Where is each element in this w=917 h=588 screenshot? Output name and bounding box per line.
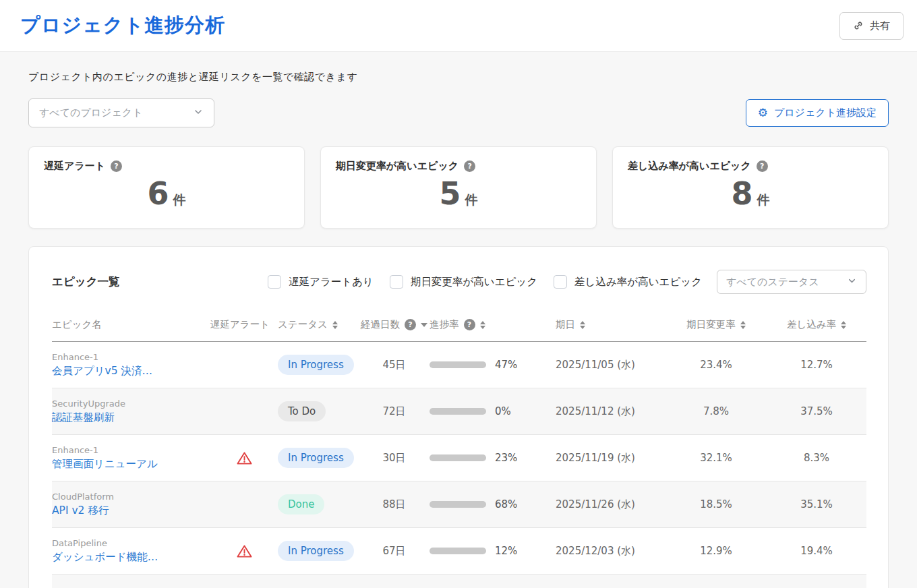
warning-triangle-icon bbox=[237, 451, 252, 465]
top-bar: プロジェクト進捗分析 共有 bbox=[0, 0, 917, 52]
project-progress-settings-button[interactable]: ⚙ プロジェクト進捗設定 bbox=[746, 99, 889, 127]
table-row: DataPipeline ダッシュボード機能… In Progress 67日 … bbox=[52, 528, 866, 575]
status-filter-select[interactable]: すべてのステータス bbox=[717, 270, 866, 294]
checkbox-unchecked-icon[interactable] bbox=[268, 275, 281, 289]
delay-alert-cell bbox=[210, 544, 278, 558]
epic-filter-checkbox[interactable]: 期日変更率が高いエピック bbox=[390, 275, 537, 289]
help-icon[interactable]: ? bbox=[464, 319, 475, 330]
page-title: プロジェクト進捗分析 bbox=[20, 12, 225, 39]
table-row: SecurityUpgrade 認証基盤刷新 To Do 72日 0% 2025… bbox=[52, 388, 866, 435]
share-button[interactable]: 共有 bbox=[839, 12, 904, 40]
insertion-rate-cell: 12.7% bbox=[767, 359, 866, 371]
stat-value: 8件 bbox=[628, 175, 873, 212]
sort-icon[interactable] bbox=[480, 321, 485, 329]
due-change-rate-cell: 23.4% bbox=[665, 359, 767, 371]
progress-value: 0% bbox=[495, 405, 511, 417]
table-row-partial bbox=[52, 575, 866, 588]
status-filter-value: すべてのステータス bbox=[726, 276, 819, 289]
sort-icon[interactable] bbox=[580, 321, 585, 329]
delay-alert-cell bbox=[210, 358, 278, 372]
delay-alert-cell bbox=[210, 405, 278, 419]
progress-value: 23% bbox=[495, 452, 517, 464]
help-icon[interactable]: ? bbox=[757, 160, 768, 172]
column-due-date[interactable]: 期日 bbox=[548, 318, 665, 331]
progress-cell: 12% bbox=[430, 545, 548, 557]
insertion-rate-cell: 19.4% bbox=[767, 545, 866, 557]
epic-name-link[interactable]: 認証基盤刷新 bbox=[52, 411, 210, 425]
checkbox-unchecked-icon[interactable] bbox=[554, 275, 567, 289]
due-date-cell: 2025/11/26 (水) bbox=[548, 498, 665, 511]
progress-value: 47% bbox=[495, 359, 517, 371]
column-elapsed-days[interactable]: 経過日数 ? bbox=[359, 318, 430, 331]
column-progress[interactable]: 進捗率 ? bbox=[430, 318, 548, 331]
checkbox-unchecked-icon[interactable] bbox=[390, 275, 403, 289]
sort-icon[interactable] bbox=[740, 321, 746, 329]
epic-project-key: Enhance-1 bbox=[52, 445, 210, 455]
delay-alert-cell bbox=[210, 498, 278, 512]
due-change-rate-cell: 7.8% bbox=[665, 405, 767, 417]
help-icon[interactable]: ? bbox=[464, 160, 475, 172]
insertion-rate-cell: 35.1% bbox=[767, 498, 866, 510]
due-date-value: 2025/11/12 (水) bbox=[556, 405, 635, 418]
epic-table: エピック名 遅延アラート ステータス 経過日数 ? 進捗率 ? 期日 bbox=[52, 312, 866, 588]
stat-label: 遅延アラート bbox=[44, 160, 105, 173]
share-button-label: 共有 bbox=[870, 20, 890, 32]
due-date-value: 2025/11/19 (水) bbox=[556, 452, 635, 465]
controls-row: すべてのプロジェクト ⚙ プロジェクト進捗設定 bbox=[28, 98, 889, 127]
epic-table-header: エピック名 遅延アラート ステータス 経過日数 ? 進捗率 ? 期日 bbox=[52, 312, 866, 342]
progress-bar bbox=[430, 408, 486, 415]
insertion-rate-cell: 37.5% bbox=[767, 405, 866, 417]
epic-filter-checkbox[interactable]: 差し込み率が高いエピック bbox=[554, 275, 702, 289]
due-change-rate-value: 12.9% bbox=[700, 545, 732, 557]
epic-name-cell: SecurityUpgrade 認証基盤刷新 bbox=[52, 399, 210, 425]
status-cell: To Do bbox=[278, 401, 359, 421]
epic-list-title: エピック一覧 bbox=[52, 274, 120, 289]
elapsed-days-cell: 45日 bbox=[359, 359, 430, 372]
main-content: プロジェクト内のエピックの進捗と遅延リスクを一覧で確認できます すべてのプロジェ… bbox=[0, 71, 917, 588]
status-badge: In Progress bbox=[278, 448, 354, 468]
stat-value: 5件 bbox=[336, 175, 581, 212]
status-cell: Done bbox=[278, 494, 359, 514]
link-icon bbox=[851, 18, 866, 34]
epic-name-cell: CloudPlatform API v2 移行 bbox=[52, 492, 210, 518]
help-icon[interactable]: ? bbox=[405, 319, 416, 330]
sort-icon[interactable] bbox=[332, 321, 338, 329]
epic-name-link[interactable]: 管理画面リニューアル bbox=[52, 457, 210, 471]
due-change-rate-value: 23.4% bbox=[700, 359, 732, 371]
status-badge: In Progress bbox=[278, 541, 354, 561]
due-date-value: 2025/11/05 (水) bbox=[556, 359, 635, 372]
progress-bar bbox=[430, 454, 486, 461]
stat-label: 差し込み率が高いエピック bbox=[628, 160, 751, 173]
progress-value: 12% bbox=[495, 545, 517, 557]
column-epic-name: エピック名 bbox=[52, 318, 210, 331]
sort-desc-icon[interactable] bbox=[421, 323, 427, 327]
due-change-rate-cell: 32.1% bbox=[665, 452, 767, 464]
sort-icon[interactable] bbox=[841, 321, 846, 329]
epic-name-link[interactable]: 会員アプリv5 決済… bbox=[52, 364, 210, 378]
epic-filter-checkbox[interactable]: 遅延アラートあり bbox=[268, 275, 374, 289]
stat-unit: 件 bbox=[465, 192, 478, 207]
due-change-rate-cell: 12.9% bbox=[665, 545, 767, 557]
due-date-cell: 2025/11/19 (水) bbox=[548, 452, 665, 465]
epic-name-link[interactable]: ダッシュボード機能… bbox=[52, 550, 210, 564]
project-filter-value: すべてのプロジェクト bbox=[39, 107, 143, 119]
epic-name-link[interactable]: API v2 移行 bbox=[52, 504, 210, 518]
progress-bar bbox=[430, 361, 486, 368]
stat-card-due-change: 期日変更率が高いエピック ? 5件 bbox=[320, 146, 597, 229]
project-filter-select[interactable]: すべてのプロジェクト bbox=[28, 98, 214, 127]
status-cell: In Progress bbox=[278, 541, 359, 561]
elapsed-days-value: 30日 bbox=[382, 452, 405, 465]
due-change-rate-cell: 18.5% bbox=[665, 498, 767, 510]
insertion-rate-value: 12.7% bbox=[800, 359, 833, 371]
status-cell: In Progress bbox=[278, 355, 359, 375]
help-icon[interactable]: ? bbox=[111, 160, 122, 172]
stat-unit: 件 bbox=[173, 192, 186, 207]
column-insertion-rate[interactable]: 差し込み率 bbox=[767, 318, 866, 331]
settings-button-label: プロジェクト進捗設定 bbox=[774, 107, 877, 119]
gear-icon: ⚙ bbox=[758, 107, 768, 119]
elapsed-days-cell: 72日 bbox=[359, 405, 430, 418]
column-status[interactable]: ステータス bbox=[278, 318, 359, 331]
progress-cell: 0% bbox=[430, 405, 548, 417]
epic-project-key: Enhance-1 bbox=[52, 352, 210, 362]
column-due-change-rate[interactable]: 期日変更率 bbox=[665, 318, 767, 331]
